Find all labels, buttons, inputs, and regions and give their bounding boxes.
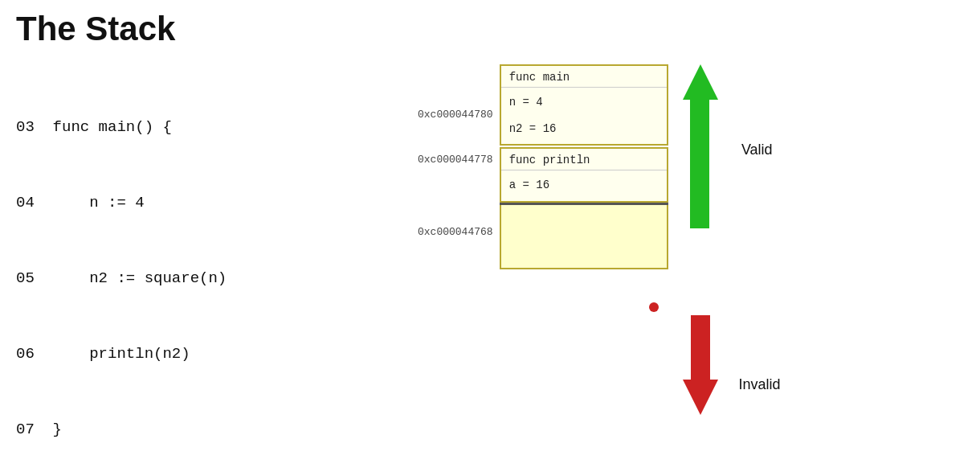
arrow-shaft-down	[691, 315, 710, 380]
frame-main-var-n: n = 4	[509, 92, 659, 113]
frame-main-var-n2: n2 = 16	[509, 119, 659, 139]
addr-n2: 0xc000044778	[418, 137, 493, 182]
arrow-up-icon	[683, 64, 718, 100]
code-line-4: 06 println(n2)	[16, 342, 353, 367]
code-line-1: 03 func main() {	[16, 115, 353, 140]
code-line-5: 07 }	[16, 417, 353, 442]
addr-n: 0xc000044780	[418, 92, 493, 137]
page-title: The Stack	[0, 0, 980, 56]
arrows-column: Valid Invalid	[683, 64, 718, 415]
code-line-2: 04 n := 4	[16, 191, 353, 216]
frame-println-var-a: a = 16	[509, 175, 659, 195]
arrow-shaft-up	[690, 100, 709, 228]
stack-frame-println: func println a = 16	[500, 147, 668, 202]
code-block: 03 func main() { 04 n := 4 05 n2 := squa…	[16, 64, 353, 468]
address-column: 0xc000044780 0xc000044778 0xc000044768	[418, 64, 493, 254]
frame-println-header: func println	[501, 149, 667, 170]
stack-diagram: 0xc000044780 0xc000044778 0xc000044768 f…	[418, 64, 718, 415]
stack-invalid-section	[500, 205, 668, 269]
stack-frames-valid: func main n = 4 n2 = 16	[500, 64, 668, 146]
addr-a: 0xc000044768	[418, 209, 493, 254]
arrow-down-icon	[683, 380, 718, 415]
invalid-label: Invalid	[739, 376, 781, 393]
red-dot-icon	[649, 302, 659, 312]
code-line-3: 05 n2 := square(n)	[16, 266, 353, 291]
frame-main-header: func main	[501, 66, 667, 88]
valid-label: Valid	[741, 142, 773, 158]
